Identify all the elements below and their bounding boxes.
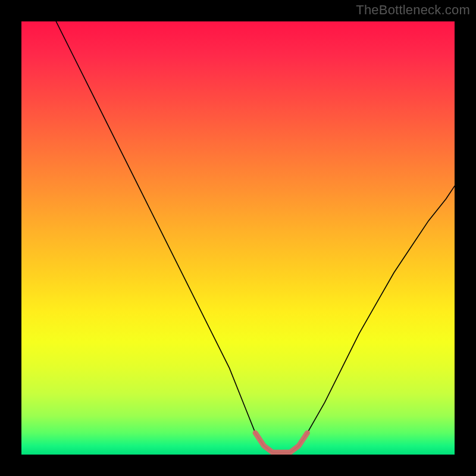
watermark-text: TheBottleneck.com — [356, 2, 470, 18]
chart-frame: TheBottleneck.com — [0, 0, 476, 476]
bottleneck-curve — [56, 21, 455, 452]
optimal-range-marker — [255, 433, 307, 453]
curve-svg — [21, 21, 455, 455]
plot-area — [21, 21, 455, 455]
